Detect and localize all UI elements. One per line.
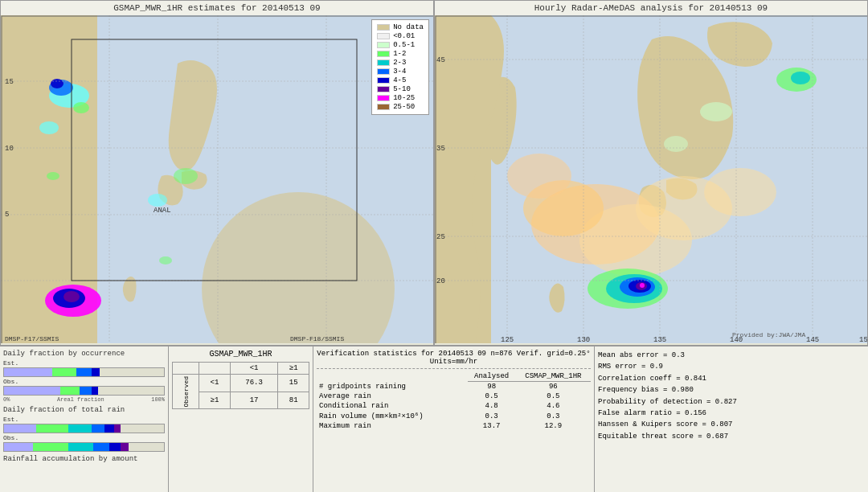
- legend-10-25: 10-25: [393, 94, 415, 102]
- svg-text:DMSP-F18/SSMIS: DMSP-F18/SSMIS: [290, 335, 344, 342]
- legend-05-1: 0.5-1: [393, 41, 415, 49]
- row-ge1-label: ≥1: [199, 392, 231, 409]
- obs-label-2: Obs.: [3, 434, 165, 441]
- svg-text:135: 135: [653, 336, 666, 343]
- left-map-title: GSMAP_MWR_1HR estimates for 20140513 09: [1, 1, 433, 15]
- obs-label-1: Obs.: [3, 378, 165, 385]
- stats-row-analysed: 98: [468, 382, 516, 392]
- col-ge1: ≥1: [278, 363, 309, 375]
- stats-table: Analysed CSMAP_MWR_1HR # gridpoints rain…: [317, 371, 591, 431]
- bar-rain-section: Est. Obs.: [3, 416, 165, 452]
- stats-row-analysed: 13.7: [468, 421, 516, 431]
- svg-point-46: [700, 102, 732, 121]
- legend-4-5: 4-5: [393, 76, 406, 84]
- stats-col-analysed: Analysed: [468, 371, 516, 382]
- est-label-1: Est.: [3, 359, 165, 367]
- bottom-section: Daily fraction by occurrence Est. Obs. 0…: [0, 346, 868, 492]
- svg-point-13: [148, 194, 167, 207]
- left-map-panel: GSMAP_MWR_1HR estimates for 20140513 09: [0, 0, 434, 346]
- col-lt1: <1: [230, 363, 278, 375]
- correlation-coeff: Correlation coeff = 0.841: [598, 373, 865, 384]
- svg-point-5: [51, 79, 63, 88]
- right-map-canvas: 45 35 25 20 125 130 135 140 145 15 Provi…: [435, 15, 867, 343]
- svg-text:125: 125: [501, 336, 514, 343]
- verification-section: Verification statistics for 20140513 09 …: [313, 346, 595, 492]
- obs-bar-2: [3, 442, 165, 452]
- val-lt1-lt1: 76.3: [230, 375, 278, 392]
- stats-row-label: Conditional rain: [317, 401, 468, 411]
- svg-text:5: 5: [5, 211, 9, 219]
- svg-point-14: [159, 256, 172, 264]
- observed-label: Observed: [173, 375, 199, 409]
- verification-title: Verification statistics for 20140513 09 …: [317, 350, 591, 366]
- color-legend: No data <0.01 0.5-1 1-2 2-3: [371, 19, 429, 115]
- stats-row-analysed: 4.8: [468, 401, 516, 411]
- contingency-title: GSMAP_MWR_1HR: [172, 350, 309, 359]
- stats-row: Conditional rain 4.8 4.6: [317, 401, 591, 411]
- right-map-panel: Hourly Radar-AMeDAS analysis for 2014051…: [434, 0, 868, 346]
- stats-row-gsmap: 0.5: [516, 392, 591, 401]
- stats-row-analysed: 0.5: [468, 392, 516, 401]
- svg-text:145: 145: [806, 336, 819, 343]
- equitable-threat: Equitable threat score = 0.687: [598, 431, 865, 442]
- legend-2-3: 2-3: [393, 59, 406, 67]
- rms-error: RMS error = 0.9: [598, 361, 865, 372]
- stats-row-label: Rain volume (mm×km²×10⁶): [317, 411, 468, 421]
- svg-text:130: 130: [577, 336, 590, 343]
- stats-row-gsmap: 96: [516, 382, 591, 392]
- est-bar-2: [3, 424, 165, 433]
- stats-row: Average rain 0.5 0.5: [317, 392, 591, 401]
- stats-row-gsmap: 12.9: [516, 421, 591, 431]
- freq-bias: Frequency bias = 0.980: [598, 384, 865, 396]
- stats-row: Rain volume (mm×km²×10⁶) 0.3 0.3: [317, 411, 591, 421]
- obs-bar-1: [3, 386, 165, 396]
- legend-5-10: 5-10: [393, 85, 411, 93]
- contingency-section: GSMAP_MWR_1HR <1 ≥1 Observed <1 76.3 15 …: [169, 346, 313, 492]
- bar-chart-title-3: Rainfall accumulation by amount: [3, 455, 165, 463]
- svg-text:DMSP-F17/SSMIS: DMSP-F17/SSMIS: [5, 335, 59, 342]
- svg-text:45: 45: [436, 56, 445, 64]
- svg-text:ANAL: ANAL: [154, 207, 171, 215]
- prob-detection: Probability of detection = 0.827: [598, 396, 865, 408]
- stats-row-gsmap: 0.3: [516, 411, 591, 421]
- hanssen-kuipers: Hanssen & Kuipers score = 0.807: [598, 419, 865, 430]
- error-stats: Mean abs error = 0.3 RMS error = 0.9 Cor…: [598, 350, 865, 442]
- mean-abs-error: Mean abs error = 0.3: [598, 350, 865, 361]
- svg-point-8: [47, 172, 59, 180]
- svg-text:15: 15: [859, 336, 867, 343]
- svg-text:10: 10: [5, 145, 14, 153]
- stats-col-gsmap: CSMAP_MWR_1HR: [516, 371, 591, 382]
- false-alarm-ratio: False alarm ratio = 0.156: [598, 408, 865, 419]
- stats-empty-header: [317, 371, 468, 382]
- est-label-2: Est.: [3, 416, 165, 423]
- stats-row-gsmap: 4.6: [516, 401, 591, 411]
- val-ge1-ge1: 81: [278, 392, 309, 409]
- left-map-canvas: 15 10 5 ANAL DMSP-F17/SSMIS DMSP-F18/SSM…: [1, 15, 433, 343]
- stats-row-label: Average rain: [317, 392, 468, 401]
- svg-point-37: [704, 168, 776, 216]
- legend-25-50: 25-50: [393, 103, 415, 111]
- svg-point-36: [507, 154, 571, 199]
- stats-row-analysed: 0.3: [468, 411, 516, 421]
- legend-lt001: <0.01: [393, 32, 415, 40]
- svg-point-12: [174, 168, 198, 184]
- val-lt1-ge1: 15: [278, 375, 309, 392]
- bar-chart-title-1: Daily fraction by occurrence: [3, 350, 165, 358]
- stats-row: Maximum rain 13.7 12.9: [317, 421, 591, 431]
- legend-1-2: 1-2: [393, 50, 406, 58]
- stats-row-label: # gridpoints raining: [317, 382, 468, 392]
- svg-point-7: [39, 121, 59, 134]
- contingency-table: <1 ≥1 Observed <1 76.3 15 ≥1 17 81: [172, 362, 309, 409]
- svg-point-11: [63, 291, 80, 302]
- svg-text:25: 25: [436, 233, 445, 241]
- axis-label-1: 0% Areal fraction 100%: [3, 396, 165, 403]
- right-map-title: Hourly Radar-AMeDAS analysis for 2014051…: [435, 1, 867, 15]
- bar-chart-section: Daily fraction by occurrence Est. Obs. 0…: [0, 346, 169, 492]
- legend-3-4: 3-4: [393, 68, 406, 76]
- svg-point-47: [664, 136, 688, 152]
- val-ge1-lt1: 17: [230, 392, 278, 409]
- svg-point-43: [640, 283, 645, 288]
- svg-point-6: [73, 102, 89, 113]
- stats-row: # gridpoints raining 98 96: [317, 382, 591, 392]
- row-lt1-label: <1: [199, 375, 231, 392]
